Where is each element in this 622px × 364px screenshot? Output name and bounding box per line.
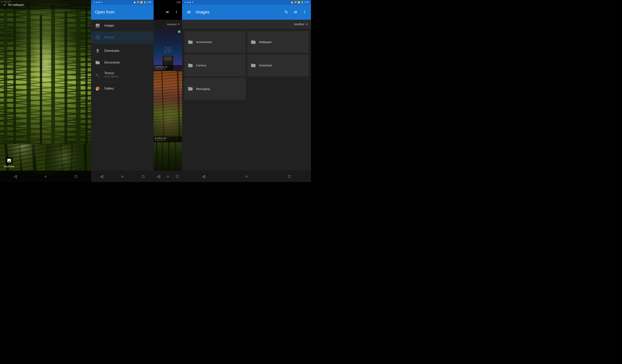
- thumb-2-info: at-reding-140... 9 MB 2:24 PM: [154, 136, 182, 142]
- folder-icon-screenshots: [187, 39, 194, 45]
- overlay-thumb-1[interactable]: 26 ✓ screenshot_20... 1 MB 2:26 PM: [154, 29, 182, 71]
- checkmark-icon: [3, 3, 6, 6]
- home-button-wallpaper[interactable]: ○: [40, 171, 51, 182]
- drawer-items-list: Images Recent: [91, 20, 154, 171]
- images-icon: [95, 23, 100, 28]
- folder-icon-camera: [187, 62, 194, 68]
- svg-line-30: [169, 142, 169, 171]
- svg-rect-27: [154, 71, 182, 142]
- folder-icon-download: [250, 62, 256, 68]
- images-status-bar: ⊙⊛❋✦ ⏰🔑📶🔋 2:26: [182, 0, 311, 4]
- panel-drawer: ⊙⊛❋✦ ⏰🔑📶🔋 2:26 Open from Images: [91, 0, 182, 182]
- svg-line-19: [84, 144, 86, 171]
- home-button-images[interactable]: ○: [241, 171, 252, 182]
- recent-button-overlay[interactable]: □: [173, 171, 182, 182]
- downloads-icon: [95, 48, 100, 54]
- svg-line-13: [18, 144, 23, 171]
- more-options-button[interactable]: [173, 9, 180, 16]
- images-status-icons: ⊙⊛❋✦: [184, 1, 194, 4]
- drawer-status-bar: ⊙⊛❋✦ ⏰🔑📶🔋 2:26: [91, 0, 154, 4]
- termux-icon: >_: [95, 72, 100, 77]
- drawer-header: Open from: [91, 4, 154, 20]
- drawer-item-recent[interactable]: Recent: [91, 32, 154, 43]
- drawer-item-images[interactable]: Images: [91, 20, 154, 32]
- overlay-thumb-3[interactable]: [154, 142, 182, 171]
- drawer-status-icons: ⊙⊛❋✦: [93, 1, 102, 4]
- thumbnail-2[interactable]: [46, 144, 91, 171]
- drawer-sidebar: ⊙⊛❋✦ ⏰🔑📶🔋 2:26 Open from Images: [91, 0, 154, 182]
- drawer-item-termux[interactable]: >_ Termux 22.82 GB free: [91, 68, 154, 81]
- recent-button-wallpaper[interactable]: □: [70, 171, 81, 182]
- folder-screenshots[interactable]: Screenshots: [184, 31, 246, 53]
- notification-dot: ✓: [178, 30, 180, 33]
- folder-camera[interactable]: Camera: [184, 54, 246, 76]
- drawer-divider-2: [91, 82, 154, 82]
- nav-bar-drawer: ◁ ○ □: [91, 171, 154, 182]
- svg-line-17: [59, 144, 64, 171]
- images-folders-grid: Screenshots Wallpaper Camera: [182, 29, 311, 102]
- folder-icon-messaging: [187, 86, 194, 92]
- overlay-thumbnails: 26 ✓ screenshot_20... 1 MB 2:26 PM: [154, 29, 182, 171]
- folder-download[interactable]: Download: [247, 54, 309, 76]
- nav-bar-wallpaper: ◁ ○ □: [0, 171, 91, 182]
- folder-messaging[interactable]: Messaging: [184, 78, 246, 100]
- search-button[interactable]: [283, 9, 290, 16]
- drawer-item-gallery[interactable]: Gallery: [91, 83, 154, 95]
- overlay-header: [154, 4, 182, 20]
- panel-wallpaper: Set wallpaper: [0, 0, 91, 182]
- images-sort-bar: Modified ▼: [182, 20, 311, 29]
- home-button-overlay[interactable]: ○: [163, 171, 173, 182]
- back-button-wallpaper[interactable]: ◁: [9, 171, 21, 182]
- set-wallpaper-button[interactable]: Set wallpaper: [3, 3, 24, 6]
- more-options-button-images[interactable]: [301, 9, 308, 16]
- back-button-drawer[interactable]: ◁: [96, 171, 107, 182]
- header-actions: [283, 9, 308, 16]
- folder-wallpaper[interactable]: Wallpaper: [247, 31, 309, 53]
- recent-icon: [95, 35, 100, 40]
- images-header: Images: [182, 4, 311, 20]
- svg-line-31: [175, 142, 176, 171]
- images-status-right: ⏰🔑📶🔋 2:26: [291, 1, 309, 4]
- svg-line-18: [71, 144, 73, 171]
- drawer-divider-1: [91, 44, 154, 44]
- svg-line-14: [32, 144, 36, 171]
- hamburger-menu-button[interactable]: [185, 8, 193, 16]
- svg-rect-20: [46, 144, 91, 171]
- back-button-overlay[interactable]: ◁: [154, 171, 163, 182]
- panel-images: ⊙⊛❋✦ ⏰🔑📶🔋 2:26 Images: [182, 0, 311, 182]
- myphotos-button[interactable]: My photos: [4, 157, 14, 168]
- sort-dropdown-arrow[interactable]: ▼: [306, 23, 308, 26]
- overlay-thumb-2[interactable]: at-reding-140... 9 MB 2:24 PM: [154, 71, 182, 142]
- images-title: Images: [196, 10, 280, 15]
- recent-button-drawer[interactable]: □: [137, 171, 149, 182]
- list-view-button[interactable]: [164, 9, 171, 16]
- drawer-item-documents[interactable]: Documents: [91, 57, 154, 68]
- drawer-status-right: ⏰🔑📶🔋 2:26: [133, 1, 151, 4]
- overlay-sort-bar: Modified ▼: [154, 20, 182, 29]
- svg-line-29: [162, 142, 163, 171]
- wallpaper-top-bar: Set wallpaper: [0, 0, 91, 9]
- svg-rect-16: [46, 144, 91, 171]
- gallery-icon: [95, 86, 100, 91]
- drawer-file-overlay: 2:26 Modified ▼ 26: [154, 0, 182, 182]
- images-spacer: [182, 102, 311, 171]
- home-button-drawer[interactable]: ○: [117, 171, 128, 182]
- thumb-1-info: screenshot_20... 1 MB 2:26 PM: [154, 65, 182, 71]
- recent-button-images[interactable]: □: [284, 171, 295, 182]
- drawer-item-downloads[interactable]: Downloads: [91, 45, 154, 57]
- drawer-title: Open from: [95, 10, 115, 15]
- documents-icon: [95, 60, 100, 65]
- myphotos-icon: [5, 157, 13, 164]
- svg-line-28: [156, 142, 157, 171]
- list-view-button-images[interactable]: [292, 9, 299, 16]
- overlay-status-bar: 2:26: [154, 0, 182, 4]
- folder-icon-wallpaper: [250, 39, 256, 45]
- back-button-images[interactable]: ◁: [198, 171, 209, 182]
- nav-bar-images: ◁ ○ □: [182, 171, 311, 182]
- nav-bar-overlay: ◁ ○ □: [154, 171, 182, 182]
